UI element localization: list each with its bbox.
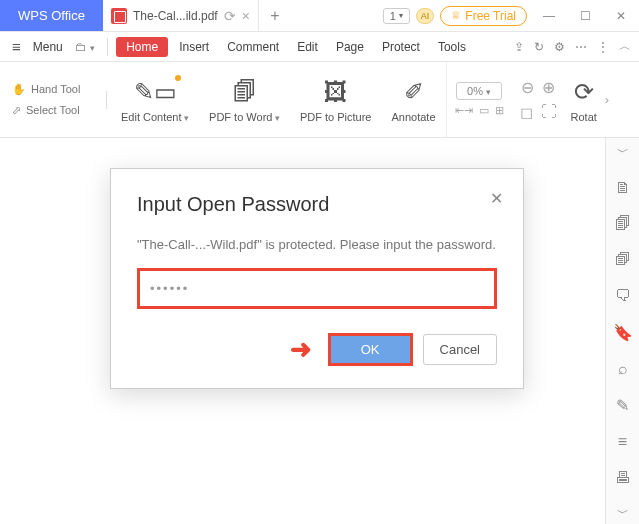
close-tab-icon[interactable]: × <box>242 8 250 24</box>
fit-page-icon[interactable]: ▭ <box>479 104 489 117</box>
ai-badge[interactable]: AI <box>416 8 435 24</box>
tab-insert[interactable]: Insert <box>172 40 216 54</box>
divider <box>106 91 107 109</box>
password-input[interactable] <box>137 268 497 309</box>
pdf-to-word-button[interactable]: 🗐 PDF to Word ▾ <box>199 62 290 137</box>
collapse-ribbon-icon[interactable]: ︿ <box>619 38 631 55</box>
zoom-group: 0% ▾ ⇤⇥ ▭ ⊞ <box>447 82 512 117</box>
cancel-button[interactable]: Cancel <box>423 334 497 365</box>
right-panel: ﹀ 🗎 🗐 🗊 🗨 🔖 ⌕ ✎ ≡ 🖶 ﹀ ⊞ <box>605 138 639 524</box>
zoom-in-icon[interactable]: ⊕ <box>542 78 555 97</box>
fit-width-icon[interactable]: ⇤⇥ <box>455 104 473 117</box>
reload-icon[interactable]: ⟳ <box>224 8 236 24</box>
edit-content-button[interactable]: ✎▭ Edit Content ▾ <box>111 62 199 137</box>
annotate-button[interactable]: ✐ Annotate <box>381 62 446 137</box>
refresh-icon[interactable]: ↻ <box>534 40 544 54</box>
add-tab-button[interactable]: + <box>259 0 291 31</box>
ok-button[interactable]: OK <box>328 333 413 366</box>
tab-comment[interactable]: Comment <box>220 40 286 54</box>
toolbar-overflow-icon[interactable]: › <box>603 92 611 107</box>
cursor-icon: ⬀ <box>12 104 21 117</box>
selection-tools: ✋Hand Tool ⬀Select Tool <box>6 83 102 117</box>
sign-icon[interactable]: ✎ <box>616 396 629 415</box>
ribbon-toolbar: ✋Hand Tool ⬀Select Tool ✎▭ Edit Content … <box>0 62 639 138</box>
edit-icon: ✎▭ <box>134 78 177 106</box>
panel-more-icon[interactable]: ﹀ <box>617 505 629 522</box>
compress-icon[interactable]: 🗐 <box>615 215 631 233</box>
full-screen-icon[interactable]: ⛶ <box>541 103 557 122</box>
layout-icon[interactable]: ⊞ <box>495 104 504 117</box>
tab-title: The-Cal...ild.pdf <box>133 9 218 23</box>
zoom-value[interactable]: 0% ▾ <box>456 82 502 100</box>
more-icon[interactable]: ⋮ <box>597 40 609 54</box>
word-icon: 🗐 <box>233 77 257 107</box>
export-icon[interactable]: 🗎 <box>615 179 631 197</box>
find-icon[interactable]: ⌕ <box>618 360 628 378</box>
maximize-button[interactable]: ☐ <box>567 0 603 31</box>
free-trial-button[interactable]: ♕Free Trial <box>440 6 527 26</box>
tab-tools[interactable]: Tools <box>431 40 473 54</box>
hand-tool-button[interactable]: ✋Hand Tool <box>12 83 102 96</box>
title-badges: 1▾ AI ♕Free Trial <box>379 0 531 31</box>
bookmark-icon[interactable]: 🔖 <box>613 323 633 342</box>
count-badge[interactable]: 1▾ <box>383 8 410 24</box>
pdf-icon <box>111 8 127 24</box>
menu-bar: ≡ Menu 🗀 ▾ Home Insert Comment Edit Page… <box>0 32 639 62</box>
comment-panel-icon[interactable]: 🗨 <box>615 287 631 305</box>
divider <box>107 38 108 56</box>
brand-label: WPS Office <box>0 0 103 31</box>
password-dialog: ✕ Input Open Password "The-Call-...-Wild… <box>110 168 524 389</box>
tab-edit[interactable]: Edit <box>290 40 325 54</box>
tab-protect[interactable]: Protect <box>375 40 427 54</box>
zoom-out-icon[interactable]: ⊖ <box>521 78 534 97</box>
document-tab[interactable]: The-Cal...ild.pdf ⟳ × <box>103 0 259 31</box>
pdf-to-picture-button[interactable]: 🖾 PDF to Picture <box>290 62 382 137</box>
panel-collapse-icon[interactable]: ﹀ <box>617 144 629 161</box>
actual-size-icon[interactable]: ◻ <box>520 103 533 122</box>
hamburger-icon[interactable]: ≡ <box>8 38 25 55</box>
title-bar: WPS Office The-Cal...ild.pdf ⟳ × + 1▾ AI… <box>0 0 639 32</box>
share-icon[interactable]: ⇪ <box>514 40 524 54</box>
crown-icon: ♕ <box>451 9 461 22</box>
annotation-arrow-icon: ➜ <box>290 334 312 365</box>
menu-button[interactable]: Menu <box>29 40 67 54</box>
tab-home[interactable]: Home <box>116 37 168 57</box>
open-folder-icon[interactable]: 🗀 ▾ <box>71 40 99 54</box>
dialog-close-button[interactable]: ✕ <box>490 189 503 208</box>
ocr-icon[interactable]: 🗊 <box>615 251 631 269</box>
close-window-button[interactable]: ✕ <box>603 0 639 31</box>
picture-icon: 🖾 <box>324 77 348 107</box>
rotate-button[interactable]: ⟳ Rotat <box>565 77 603 123</box>
hand-icon: ✋ <box>12 83 26 96</box>
minimize-button[interactable]: — <box>531 0 567 31</box>
chat-icon[interactable]: ⋯ <box>575 40 587 54</box>
tab-page[interactable]: Page <box>329 40 371 54</box>
dialog-message: "The-Call-...-Wild.pdf" is protected. Pl… <box>137 236 497 254</box>
magnify-group: ⊖⊕ ◻⛶ <box>512 78 565 122</box>
settings-icon[interactable]: ⚙ <box>554 40 565 54</box>
annotate-icon: ✐ <box>404 77 424 107</box>
notification-dot-icon <box>175 75 181 81</box>
print-icon[interactable]: 🖶 <box>615 469 631 487</box>
text-icon[interactable]: ≡ <box>618 433 627 451</box>
select-tool-button[interactable]: ⬀Select Tool <box>12 104 102 117</box>
dialog-title: Input Open Password <box>137 193 497 216</box>
rotate-icon: ⟳ <box>574 77 594 107</box>
